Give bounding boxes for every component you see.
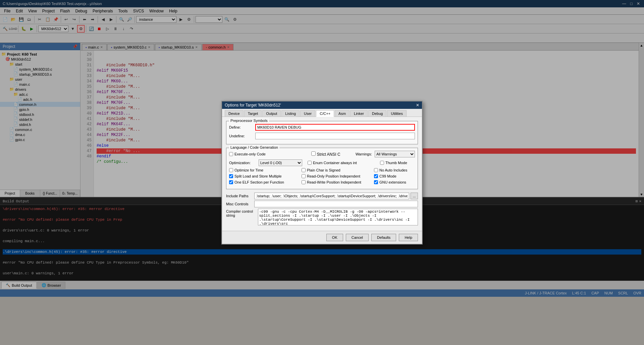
modal-overlay: Options for Target 'MK60dn512' ✕ DeviceT…: [0, 0, 644, 345]
undefine-input[interactable]: [255, 133, 415, 139]
undefine-label: Undefine:: [229, 134, 253, 138]
no-auto-includes-label: No Auto Includes: [374, 168, 441, 172]
warnings-row: Execute-only Code Strict ANSI C Warnings…: [229, 151, 415, 157]
modal-tabs: DeviceTargetOutputListingUserC/C++AsmLin…: [222, 109, 422, 117]
readonly-pos-check[interactable]: [302, 174, 306, 178]
language-section-title: Language / Code Generation: [229, 145, 279, 149]
split-load-row: Split Load and Store Multiple Read-Only …: [229, 174, 415, 178]
plain-char-label: Plain Char is Signed: [302, 168, 369, 172]
warnings-select[interactable]: All Warnings: [375, 151, 415, 157]
modal-dialog: Options for Target 'MK60dn512' ✕ DeviceT…: [221, 101, 423, 245]
cancel-button[interactable]: Cancel: [346, 234, 369, 241]
split-load-check[interactable]: [229, 174, 233, 178]
preprocessor-section-title: Preprocessor Symbols: [229, 119, 269, 123]
modal-tab-output[interactable]: Output: [262, 110, 281, 117]
one-elf-check[interactable]: [229, 180, 233, 184]
misc-input[interactable]: [254, 201, 418, 207]
strict-ansi-check[interactable]: [311, 151, 316, 156]
ok-button[interactable]: OK: [326, 234, 343, 241]
gnu-extensions-check[interactable]: [374, 180, 378, 184]
modal-tab-listing[interactable]: Listing: [281, 110, 300, 117]
include-browse-btn[interactable]: ...: [411, 193, 418, 199]
execute-only-check[interactable]: [229, 152, 233, 156]
define-row: Define:: [229, 124, 415, 131]
enum-container-label: Enum Container always int: [308, 161, 375, 165]
modal-tab-cc++[interactable]: C/C++: [316, 110, 334, 117]
one-elf-label: One ELF Section per Function: [229, 180, 296, 184]
thumb-mode-label: Thumb Mode: [380, 161, 447, 165]
undefine-row: Undefine:: [229, 133, 415, 139]
modal-tab-debug[interactable]: Debug: [368, 110, 386, 117]
compiler-label: Compiler control string: [226, 209, 257, 217]
defaults-button[interactable]: Defaults: [371, 234, 396, 241]
modal-tab-asm[interactable]: Asm: [335, 110, 350, 117]
modal-tab-user[interactable]: User: [300, 110, 315, 117]
compiler-textarea[interactable]: -c99 -gnu -c -cpu Cortex-M4 -D__MICROLIB…: [258, 209, 418, 225]
readwrite-pos-check[interactable]: [302, 180, 306, 184]
no-auto-includes-check[interactable]: [374, 168, 378, 172]
include-row: Include Paths ...: [226, 193, 418, 199]
readonly-pos-label: Read-Only Position Independent: [302, 174, 369, 178]
modal-footer: OK Cancel Defaults Help: [222, 231, 422, 244]
modal-close-icon[interactable]: ✕: [416, 103, 419, 108]
optimize-time-check[interactable]: [229, 168, 233, 172]
modal-tab-linker[interactable]: Linker: [350, 110, 368, 117]
split-load-label: Split Load and Store Multiple: [229, 174, 296, 178]
strict-ansi-label: Strict ANSI C: [311, 151, 340, 157]
c99-mode-label: C99 Mode: [374, 174, 441, 178]
optimization-row: Optimization: Level 0 (-O0) Enum Contain…: [229, 159, 415, 166]
help-button[interactable]: Help: [399, 234, 418, 241]
modal-content: Preprocessor Symbols Define: Undefine: L…: [222, 117, 422, 231]
define-input[interactable]: [255, 124, 415, 131]
one-elf-row: One ELF Section per Function Read-Write …: [229, 180, 415, 184]
include-input[interactable]: [254, 193, 409, 199]
define-label: Define:: [229, 125, 253, 129]
warnings-label: Warnings:: [356, 152, 372, 156]
execute-only-label: Execute-only Code: [229, 152, 296, 156]
compiler-row: Compiler control string -c99 -gnu -c -cp…: [226, 209, 418, 225]
preprocessor-section: Preprocessor Symbols Define: Undefine:: [226, 121, 418, 144]
c99-mode-check[interactable]: [374, 174, 378, 178]
plain-char-check[interactable]: [302, 168, 306, 172]
modal-tab-target[interactable]: Target: [244, 110, 262, 117]
misc-label: Misc Controls: [226, 202, 253, 206]
modal-tab-device[interactable]: Device: [225, 110, 244, 117]
modal-title-bar: Options for Target 'MK60dn512' ✕: [222, 101, 422, 109]
language-section: Language / Code Generation Execute-only …: [226, 148, 418, 189]
gnu-extensions-label: GNU extensions: [374, 180, 441, 184]
thumb-mode-check[interactable]: [380, 161, 384, 165]
enum-container-check[interactable]: [308, 161, 312, 165]
optimize-time-row: Optimize for Time Plain Char is Signed N…: [229, 168, 415, 172]
readwrite-pos-label: Read-Write Position Independent: [302, 180, 369, 184]
optimization-select[interactable]: Level 0 (-O0): [259, 159, 302, 166]
optimization-label: Optimization:: [229, 161, 256, 165]
optimize-time-label: Optimize for Time: [229, 168, 296, 172]
modal-tab-utilities[interactable]: Utilities: [387, 110, 406, 117]
misc-row: Misc Controls: [226, 201, 418, 207]
include-label: Include Paths: [226, 194, 253, 198]
modal-title: Options for Target 'MK60dn512': [225, 103, 281, 108]
